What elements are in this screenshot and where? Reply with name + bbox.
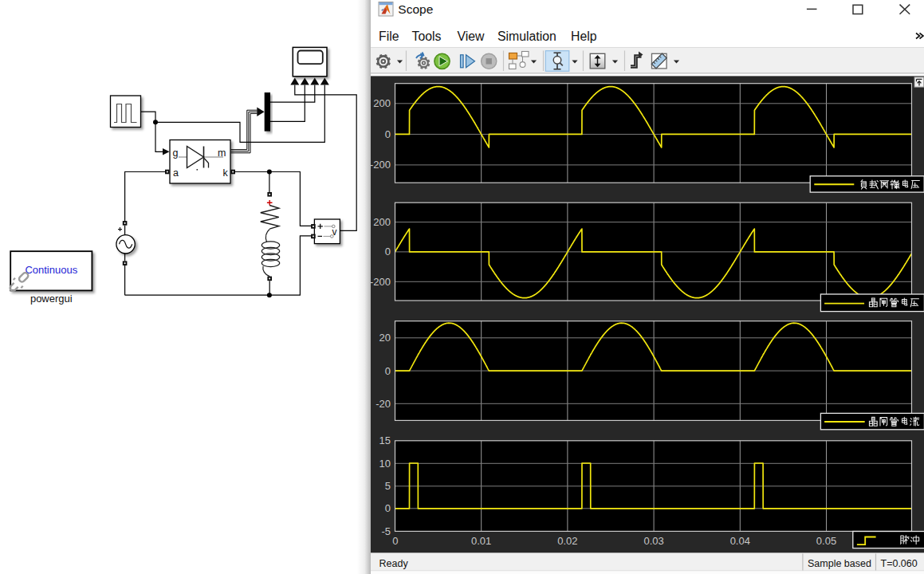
svg-text:0.01: 0.01 [471, 535, 491, 547]
svg-text:0.03: 0.03 [643, 535, 663, 547]
svg-text:0: 0 [385, 502, 391, 514]
svg-text:0: 0 [385, 365, 391, 377]
svg-text:-20: -20 [375, 398, 391, 410]
svg-text:powergui: powergui [30, 293, 73, 305]
svg-text:View: View [458, 29, 486, 43]
svg-text:10: 10 [379, 458, 391, 470]
svg-text:-200: -200 [370, 159, 391, 171]
svg-text:T=0.060: T=0.060 [881, 558, 918, 569]
svg-text:v: v [332, 226, 337, 238]
svg-text:-200: -200 [370, 276, 391, 288]
svg-text:0.05: 0.05 [816, 535, 836, 547]
svg-text:200: 200 [373, 216, 391, 228]
svg-text:0: 0 [385, 128, 391, 140]
svg-text:Tools: Tools [412, 29, 442, 43]
svg-text:a: a [173, 167, 179, 179]
svg-text:20: 20 [379, 332, 391, 344]
svg-text:Help: Help [571, 29, 597, 43]
svg-text:Sample based: Sample based [808, 558, 871, 569]
svg-text:Continuous: Continuous [25, 264, 77, 276]
svg-text:0.04: 0.04 [730, 535, 750, 547]
svg-text:0.02: 0.02 [557, 535, 577, 547]
svg-text:Simulation: Simulation [497, 29, 556, 43]
svg-text:Ready: Ready [379, 558, 409, 569]
svg-text:g: g [173, 147, 179, 159]
svg-text:Scope: Scope [398, 2, 433, 16]
svg-text:-5: -5 [381, 525, 391, 537]
svg-text:0: 0 [385, 246, 391, 258]
svg-text:k: k [223, 167, 229, 179]
svg-text:5: 5 [385, 480, 391, 492]
svg-text:0: 0 [392, 535, 398, 547]
svg-text:200: 200 [373, 97, 391, 109]
svg-text:15: 15 [379, 434, 391, 446]
svg-text:File: File [379, 29, 399, 43]
